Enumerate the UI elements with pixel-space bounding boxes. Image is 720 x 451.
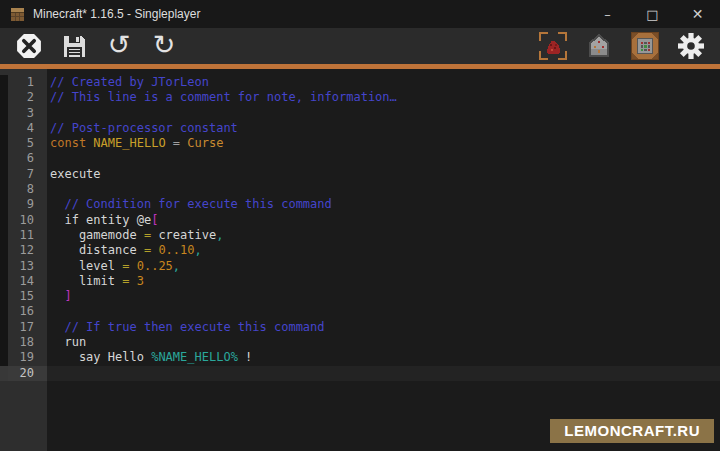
line-number: 5 xyxy=(8,136,47,151)
line-content xyxy=(47,106,720,121)
close-button[interactable]: ✕ xyxy=(675,0,720,28)
code-line[interactable]: 4// Post-processor constant xyxy=(0,121,720,136)
gutter-marker-strip xyxy=(0,106,8,121)
line-number: 12 xyxy=(8,243,47,258)
code-line[interactable]: 7execute xyxy=(0,167,720,182)
line-content: // This line is a comment for note, info… xyxy=(47,90,720,105)
line-number: 15 xyxy=(8,289,47,304)
settings-button[interactable] xyxy=(676,31,706,61)
code-line[interactable]: 2// This line is a comment for note, inf… xyxy=(0,90,720,105)
settings-gear-icon xyxy=(677,32,705,60)
line-number: 11 xyxy=(8,228,47,243)
code-lines: 1// Created by JTorLeon2// This line is … xyxy=(0,75,720,381)
redo-icon: ↻ xyxy=(153,31,176,58)
minecraft-editor-window: Minecraft* 1.16.5 - Singleplayer – □ ✕ xyxy=(0,0,720,451)
code-line[interactable]: 14 limit = 3 xyxy=(0,274,720,289)
item-frame-button[interactable] xyxy=(630,31,660,61)
code-line[interactable]: 1// Created by JTorLeon xyxy=(0,75,720,90)
item-frame-icon xyxy=(631,32,659,60)
gutter-marker-strip xyxy=(0,167,8,182)
minecraft-block-icon xyxy=(10,7,25,22)
code-line[interactable]: 8 xyxy=(0,182,720,197)
gutter-marker-strip xyxy=(0,289,8,304)
line-content xyxy=(47,304,720,319)
line-content: gamemode = creative, xyxy=(47,228,720,243)
code-line[interactable]: 3 xyxy=(0,106,720,121)
code-line[interactable]: 17 // If true then execute this command xyxy=(0,320,720,335)
window-title: Minecraft* 1.16.5 - Singleplayer xyxy=(33,7,585,21)
toolbar: ↺ ↻ xyxy=(0,28,720,69)
code-line[interactable]: 18 run xyxy=(0,335,720,350)
minimize-button[interactable]: – xyxy=(585,0,630,28)
line-number: 14 xyxy=(8,274,47,289)
code-line[interactable]: 13 level = 0..25, xyxy=(0,259,720,274)
close-icon: ✕ xyxy=(692,7,704,21)
save-icon xyxy=(62,34,87,59)
line-content: // Condition for execute this command xyxy=(47,197,720,212)
gutter-marker-strip xyxy=(0,228,8,243)
gutter-marker-strip xyxy=(0,350,8,365)
line-number: 17 xyxy=(8,320,47,335)
undo-button[interactable]: ↺ xyxy=(104,31,134,61)
gutter-marker-strip xyxy=(0,136,8,151)
line-content: ] xyxy=(47,289,720,304)
line-content: say Hello %NAME_HELLO% ! xyxy=(47,350,720,365)
line-content xyxy=(47,366,720,381)
code-editor[interactable]: 1// Created by JTorLeon2// This line is … xyxy=(0,69,720,451)
line-number: 16 xyxy=(8,304,47,319)
gutter-marker-strip xyxy=(0,243,8,258)
code-line[interactable]: 20 xyxy=(0,366,720,381)
line-number: 10 xyxy=(8,213,47,228)
gutter-marker-strip xyxy=(0,213,8,228)
gutter-marker-strip xyxy=(0,121,8,136)
line-content: const NAME_HELLO = Curse xyxy=(47,136,720,151)
maximize-icon: □ xyxy=(646,8,658,21)
code-line[interactable]: 6 xyxy=(0,151,720,166)
gutter-marker-strip xyxy=(0,366,8,381)
redstone-target-button[interactable] xyxy=(538,31,568,61)
gutter-marker-strip xyxy=(0,304,8,319)
gutter-marker-strip xyxy=(0,259,8,274)
code-line[interactable]: 19 say Hello %NAME_HELLO% ! xyxy=(0,350,720,365)
watermark-label: LEMONCRAFT.RU xyxy=(564,422,700,439)
maximize-button[interactable]: □ xyxy=(630,0,675,28)
code-line[interactable]: 11 gamemode = creative, xyxy=(0,228,720,243)
code-line[interactable]: 15 ] xyxy=(0,289,720,304)
line-content: // If true then execute this command xyxy=(47,320,720,335)
line-number: 13 xyxy=(8,259,47,274)
code-line[interactable]: 10 if entity @e[ xyxy=(0,213,720,228)
save-button[interactable] xyxy=(59,31,89,61)
line-content: distance = 0..10, xyxy=(47,243,720,258)
gutter-marker-strip xyxy=(0,274,8,289)
line-content: level = 0..25, xyxy=(47,259,720,274)
line-number: 19 xyxy=(8,350,47,365)
line-content: if entity @e[ xyxy=(47,213,720,228)
line-content xyxy=(47,151,720,166)
line-number: 8 xyxy=(8,182,47,197)
gutter-marker-strip xyxy=(0,320,8,335)
gutter-marker-strip xyxy=(0,197,8,212)
gutter-marker-strip xyxy=(0,90,8,105)
line-content: run xyxy=(47,335,720,350)
line-number: 2 xyxy=(8,90,47,105)
redo-button[interactable]: ↻ xyxy=(149,31,179,61)
line-content: // Created by JTorLeon xyxy=(47,75,720,90)
line-number: 20 xyxy=(8,366,47,381)
cancel-button[interactable] xyxy=(14,31,44,61)
redstone-target-icon xyxy=(538,31,568,61)
code-line[interactable]: 5const NAME_HELLO = Curse xyxy=(0,136,720,151)
code-line[interactable]: 16 xyxy=(0,304,720,319)
line-content: limit = 3 xyxy=(47,274,720,289)
code-line[interactable]: 9 // Condition for execute this command xyxy=(0,197,720,212)
watermark-banner: LEMONCRAFT.RU xyxy=(550,419,714,443)
gutter-marker-strip xyxy=(0,182,8,197)
spawner-button[interactable] xyxy=(584,31,614,61)
title-bar: Minecraft* 1.16.5 - Singleplayer – □ ✕ xyxy=(0,0,720,28)
line-content: // Post-processor constant xyxy=(47,121,720,136)
line-number: 3 xyxy=(8,106,47,121)
gutter-marker-strip xyxy=(0,335,8,350)
code-line[interactable]: 12 distance = 0..10, xyxy=(0,243,720,258)
line-number: 4 xyxy=(8,121,47,136)
undo-icon: ↺ xyxy=(108,31,131,58)
line-number: 7 xyxy=(8,167,47,182)
